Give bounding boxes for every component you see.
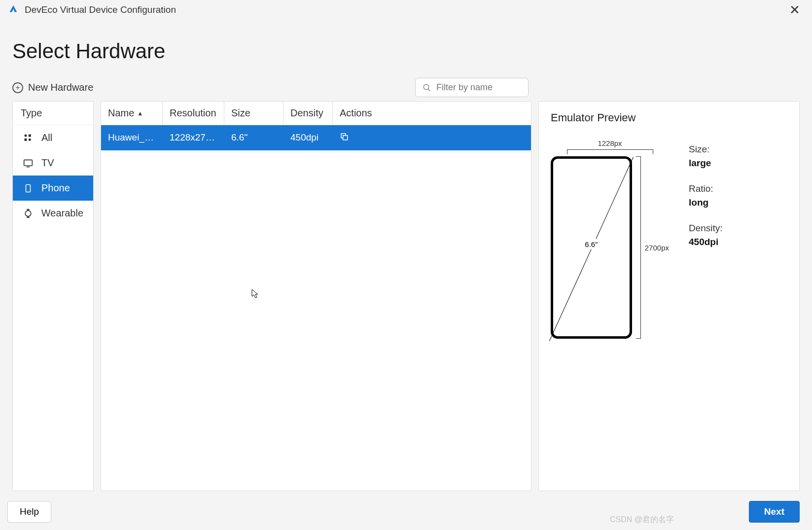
svg-point-5 (29, 138, 31, 141)
search-input-wrap[interactable] (415, 78, 529, 97)
svg-rect-10 (27, 209, 29, 210)
table-row[interactable]: Huawei_P... 1228x270... 6.6" 450dpi (101, 125, 531, 150)
device-table: Name ▲ Resolution Size Density Actions H… (101, 101, 531, 491)
width-measure-line (567, 149, 653, 154)
plus-icon: + (12, 82, 23, 93)
search-input[interactable] (436, 82, 521, 93)
cell-name: Huawei_P... (101, 125, 163, 150)
device-width-label: 1228px (551, 139, 669, 147)
watermark: CSDN @君的名字 (610, 515, 674, 525)
th-name[interactable]: Name ▲ (101, 102, 163, 125)
preview-title: Emulator Preview (551, 111, 787, 124)
help-button[interactable]: Help (7, 501, 51, 523)
sidebar-item-label: Wearable (41, 208, 83, 219)
svg-rect-4 (25, 138, 27, 141)
svg-rect-11 (27, 216, 29, 218)
sidebar-item-phone[interactable]: Phone (13, 176, 93, 201)
window-title: DevEco Virtual Device Configuration (25, 4, 785, 15)
preview-properties: Size: large Ratio: long Density: 450dpi (689, 139, 723, 339)
sidebar-header: Type (13, 102, 93, 125)
new-hardware-button[interactable]: + New Hardware (12, 82, 93, 93)
search-icon (423, 83, 431, 92)
grid-icon (23, 133, 34, 143)
copy-icon[interactable] (340, 132, 349, 141)
device-height-label: 2700px (645, 244, 669, 252)
sidebar-item-label: All (41, 132, 52, 143)
svg-rect-8 (26, 184, 31, 192)
svg-line-1 (428, 89, 430, 91)
page-title: Select Hardware (12, 39, 800, 63)
sidebar-item-label: Phone (41, 182, 70, 194)
table-header: Name ▲ Resolution Size Density Actions (101, 102, 531, 125)
device-diagram: 1228px 6.6" 2700px (551, 139, 669, 339)
watch-icon (23, 208, 34, 219)
new-hardware-label: New Hardware (28, 82, 93, 93)
th-density[interactable]: Density (283, 102, 333, 125)
th-size[interactable]: Size (224, 102, 283, 125)
svg-point-9 (25, 211, 31, 216)
app-logo-icon (8, 4, 19, 15)
th-resolution[interactable]: Resolution (163, 102, 224, 125)
close-icon[interactable]: ✕ (785, 1, 804, 19)
sidebar-item-label: TV (41, 157, 54, 169)
sidebar-item-wearable[interactable]: Wearable (13, 201, 93, 226)
diagonal-label: 6.6" (583, 239, 600, 249)
th-actions: Actions (333, 102, 531, 125)
sidebar-item-all[interactable]: All (13, 125, 93, 150)
footer: Help Next (0, 491, 812, 530)
prop-size-label: Size: (689, 144, 723, 155)
cell-actions[interactable] (333, 125, 531, 150)
next-button[interactable]: Next (749, 501, 800, 523)
svg-rect-13 (343, 136, 348, 140)
svg-point-2 (25, 134, 27, 137)
prop-size-value: large (689, 158, 723, 169)
cell-resolution: 1228x270... (163, 125, 224, 150)
type-sidebar: Type All TV Phone (12, 101, 94, 491)
prop-density-value: 450dpi (689, 237, 723, 247)
height-measure-line (636, 156, 641, 339)
svg-rect-6 (24, 160, 33, 166)
phone-icon (23, 183, 34, 194)
titlebar: DevEco Virtual Device Configuration ✕ (0, 0, 812, 20)
svg-point-0 (424, 84, 429, 90)
tv-icon (23, 158, 34, 169)
cell-density: 450dpi (283, 125, 333, 150)
svg-rect-3 (29, 134, 31, 137)
preview-panel: Emulator Preview 1228px 6.6" 2700px (538, 101, 800, 491)
prop-ratio-label: Ratio: (689, 183, 723, 194)
prop-ratio-value: long (689, 197, 723, 208)
prop-density-label: Density: (689, 223, 723, 234)
sort-asc-icon: ▲ (137, 110, 143, 117)
cell-size: 6.6" (224, 125, 283, 150)
device-frame: 6.6" (551, 156, 632, 339)
mouse-cursor-icon (251, 289, 259, 301)
sidebar-item-tv[interactable]: TV (13, 150, 93, 176)
